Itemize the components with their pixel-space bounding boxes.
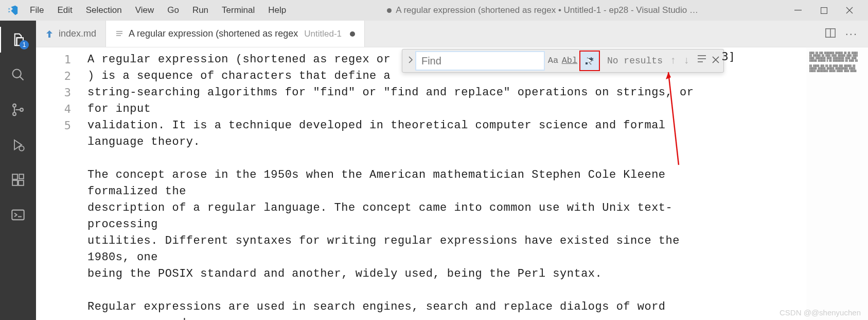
split-editor-icon[interactable] xyxy=(825,27,836,41)
editor-line: The concept arose in the 1950s when the … xyxy=(87,167,715,200)
tab-subtitle: Untitled-1 xyxy=(304,29,342,39)
main-area: index.md A regular expression (shortened… xyxy=(36,21,868,320)
activity-bar: 1 xyxy=(0,21,36,320)
toggle-replace-icon[interactable] xyxy=(405,53,416,69)
editor-line: being the POSIX standard and another, wi… xyxy=(87,266,715,282)
tab-untitled-1[interactable]: A regular expression (shortened as regex… xyxy=(106,21,365,47)
svg-rect-10 xyxy=(19,174,24,179)
menu-view[interactable]: View xyxy=(129,3,161,18)
svg-rect-0 xyxy=(794,10,802,10)
regex-toggle[interactable] xyxy=(579,50,600,71)
extensions-icon[interactable] xyxy=(10,172,26,188)
editor-line xyxy=(87,282,715,299)
menu-bar: File Edit Selection View Go Run Terminal… xyxy=(24,3,292,18)
dirty-dot-icon xyxy=(387,8,392,13)
menu-terminal[interactable]: Terminal xyxy=(216,3,261,18)
editor-line: utilities. Different syntaxes for writin… xyxy=(87,233,715,266)
editor-line: Regular expressions are used in search e… xyxy=(87,299,715,320)
svg-rect-7 xyxy=(12,174,17,179)
whole-word-toggle[interactable]: Abl xyxy=(562,53,577,69)
explorer-icon[interactable]: 1 xyxy=(10,32,26,47)
prev-match-icon[interactable]: ↑ xyxy=(670,53,676,69)
window-title-text: A regular expression (shortened as regex… xyxy=(396,5,698,15)
watermark-text: CSDN @@shenyuchen xyxy=(780,308,861,317)
peek-text: 3] xyxy=(722,48,736,65)
find-in-selection-icon[interactable] xyxy=(697,53,707,69)
close-find-icon[interactable] xyxy=(712,53,719,69)
svg-point-6 xyxy=(19,146,24,150)
window-title: A regular expression (shortened as regex… xyxy=(292,5,793,15)
svg-point-5 xyxy=(20,108,23,111)
find-input[interactable] xyxy=(416,52,544,70)
menu-selection[interactable]: Selection xyxy=(80,3,128,18)
maximize-button[interactable] xyxy=(819,5,829,15)
svg-point-4 xyxy=(13,112,16,115)
menu-help[interactable]: Help xyxy=(262,3,292,18)
svg-rect-11 xyxy=(12,210,24,220)
menu-run[interactable]: Run xyxy=(186,3,215,18)
minimize-button[interactable] xyxy=(793,5,803,15)
svg-point-3 xyxy=(13,104,16,107)
minimap[interactable]: ████ ██ ███ ████████ ██████ ██ ██ ██████… xyxy=(806,47,868,320)
window-controls xyxy=(793,5,864,15)
editor[interactable]: 1 2 3 4 5 A regular expression (shortene… xyxy=(36,47,868,320)
tab-label: A regular expression (shortened as regex xyxy=(129,28,298,39)
find-result-text: No results xyxy=(607,53,663,69)
search-icon[interactable] xyxy=(10,67,26,82)
title-bar: File Edit Selection View Go Run Terminal… xyxy=(0,0,868,21)
find-widget: Aa Abl No results ↑ ↓ xyxy=(402,49,724,73)
menu-edit[interactable]: Edit xyxy=(51,3,78,18)
menu-go[interactable]: Go xyxy=(161,3,185,18)
text-file-icon xyxy=(115,30,123,38)
markdown-file-icon xyxy=(45,30,54,38)
editor-content[interactable]: A regular expression (shortened as regex… xyxy=(87,47,806,320)
close-button[interactable] xyxy=(844,5,855,15)
svg-rect-8 xyxy=(12,180,17,186)
editor-line: validation. It is a technique developed … xyxy=(87,117,715,150)
menu-file[interactable]: File xyxy=(24,3,50,18)
source-control-icon[interactable] xyxy=(10,102,26,117)
svg-rect-1 xyxy=(821,7,827,13)
tab-bar: index.md A regular expression (shortened… xyxy=(36,21,868,47)
match-case-toggle[interactable]: Aa xyxy=(545,53,561,69)
editor-line xyxy=(87,150,715,167)
svg-rect-9 xyxy=(19,180,24,186)
tab-index-md[interactable]: index.md xyxy=(36,21,106,47)
editor-line: description of a regular language. The c… xyxy=(87,200,715,233)
next-match-icon[interactable]: ↓ xyxy=(683,53,689,69)
editor-line: string-searching algorithms for "find" o… xyxy=(87,85,715,117)
run-debug-icon[interactable] xyxy=(10,137,26,153)
svg-point-2 xyxy=(13,70,21,78)
more-actions-icon[interactable]: ··· xyxy=(845,27,858,41)
terminal-panel-icon[interactable] xyxy=(10,207,26,223)
dirty-indicator-icon xyxy=(350,31,355,37)
tab-label: index.md xyxy=(59,28,96,39)
explorer-badge: 1 xyxy=(20,40,29,49)
vscode-logo-icon xyxy=(7,5,19,16)
line-numbers: 1 2 3 4 5 xyxy=(36,47,87,320)
